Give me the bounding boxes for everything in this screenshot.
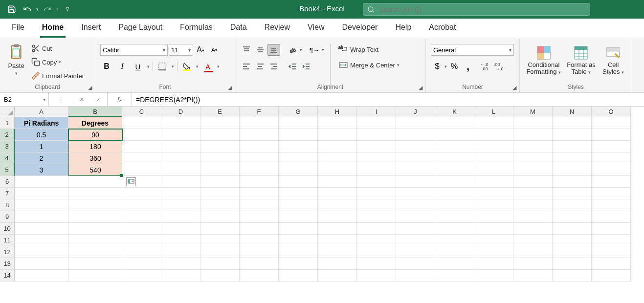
cell-C9[interactable] bbox=[122, 211, 161, 223]
column-header-M[interactable]: M bbox=[513, 107, 553, 117]
cell-B12[interactable] bbox=[68, 246, 122, 258]
tab-acrobat[interactable]: Acrobat bbox=[427, 19, 458, 38]
cancel-formula-icon[interactable]: ✕ bbox=[79, 96, 85, 103]
cell-H5[interactable] bbox=[318, 164, 357, 176]
align-bottom-icon[interactable] bbox=[267, 44, 280, 56]
column-header-B[interactable]: B bbox=[68, 107, 122, 117]
cell-K2[interactable] bbox=[435, 129, 474, 141]
bold-button[interactable]: B bbox=[100, 61, 113, 72]
underline-button[interactable]: U bbox=[132, 61, 144, 72]
cell-G3[interactable] bbox=[279, 141, 318, 152]
column-header-K[interactable]: K bbox=[435, 107, 474, 117]
copy-button[interactable]: Copy ▾ bbox=[29, 57, 86, 67]
cell-M9[interactable] bbox=[513, 211, 553, 223]
cell-D12[interactable] bbox=[161, 246, 200, 258]
autofill-options-icon[interactable]: + bbox=[126, 177, 136, 186]
cell-A12[interactable] bbox=[15, 246, 68, 258]
font-name-combo[interactable]: Calibri▾ bbox=[100, 44, 168, 56]
tab-developer[interactable]: Developer bbox=[340, 19, 379, 38]
font-color-button[interactable]: A bbox=[201, 61, 214, 72]
fx-icon[interactable]: fx bbox=[108, 93, 132, 106]
decrease-font-icon[interactable]: A▾ bbox=[208, 44, 221, 56]
cell-N2[interactable] bbox=[553, 129, 592, 141]
cell-D1[interactable] bbox=[161, 117, 200, 129]
cell-C13[interactable] bbox=[122, 258, 161, 270]
merge-center-button[interactable]: Merge & Center ▾ bbox=[336, 60, 401, 70]
cell-O4[interactable] bbox=[592, 152, 631, 164]
cell-A10[interactable] bbox=[15, 223, 68, 235]
cell-K3[interactable] bbox=[435, 141, 474, 152]
column-header-F[interactable]: F bbox=[240, 107, 279, 117]
cell-E5[interactable] bbox=[200, 164, 240, 176]
cell-E3[interactable] bbox=[200, 141, 240, 152]
cell-K12[interactable] bbox=[435, 246, 474, 258]
paste-button[interactable]: Paste▾ bbox=[5, 41, 27, 91]
name-box[interactable]: B2▾ bbox=[0, 93, 49, 106]
cell-F7[interactable] bbox=[240, 188, 279, 199]
italic-button[interactable]: I bbox=[116, 61, 129, 72]
cell-N4[interactable] bbox=[553, 152, 592, 164]
cell-E8[interactable] bbox=[200, 199, 240, 211]
cell-J2[interactable] bbox=[396, 129, 435, 141]
cell-M11[interactable] bbox=[513, 235, 553, 246]
cell-A13[interactable] bbox=[15, 258, 68, 270]
cell-G13[interactable] bbox=[279, 258, 318, 270]
cell-L9[interactable] bbox=[474, 211, 513, 223]
cell-F12[interactable] bbox=[240, 246, 279, 258]
cell-L4[interactable] bbox=[474, 152, 513, 164]
tab-help[interactable]: Help bbox=[393, 19, 413, 38]
font-launcher-icon[interactable]: ◢ bbox=[226, 84, 233, 91]
tab-page-layout[interactable]: Page Layout bbox=[116, 19, 164, 38]
cell-C1[interactable] bbox=[122, 117, 161, 129]
cell-L3[interactable] bbox=[474, 141, 513, 152]
cell-D6[interactable] bbox=[161, 176, 200, 188]
row-header[interactable]: 9 bbox=[0, 211, 15, 223]
cell-A14[interactable] bbox=[15, 270, 68, 281]
increase-indent-icon[interactable] bbox=[300, 61, 312, 72]
cell-O10[interactable] bbox=[592, 223, 631, 235]
cell-F13[interactable] bbox=[240, 258, 279, 270]
cell-styles-button[interactable]: CellStyles ▾ bbox=[600, 43, 627, 91]
cell-C12[interactable] bbox=[122, 246, 161, 258]
cell-E7[interactable] bbox=[200, 188, 240, 199]
cell-C8[interactable] bbox=[122, 199, 161, 211]
row-header[interactable]: 7 bbox=[0, 188, 15, 199]
cell-O13[interactable] bbox=[592, 258, 631, 270]
cell-F14[interactable] bbox=[240, 270, 279, 281]
cell-L7[interactable] bbox=[474, 188, 513, 199]
search-box[interactable] bbox=[363, 3, 590, 16]
cell-I10[interactable] bbox=[357, 223, 396, 235]
cell-B14[interactable] bbox=[68, 270, 122, 281]
cell-A4[interactable]: 2 bbox=[15, 152, 68, 164]
cell-A3[interactable]: 1 bbox=[15, 141, 68, 152]
cell-O5[interactable] bbox=[592, 164, 631, 176]
cell-O11[interactable] bbox=[592, 235, 631, 246]
cell-D14[interactable] bbox=[161, 270, 200, 281]
cell-I6[interactable] bbox=[357, 176, 396, 188]
cell-N8[interactable] bbox=[553, 199, 592, 211]
column-header-J[interactable]: J bbox=[396, 107, 435, 117]
cell-M4[interactable] bbox=[513, 152, 553, 164]
cell-O12[interactable] bbox=[592, 246, 631, 258]
cell-C10[interactable] bbox=[122, 223, 161, 235]
row-header[interactable]: 13 bbox=[0, 258, 15, 270]
namebox-options-icon[interactable]: ⋮ bbox=[49, 93, 73, 106]
cell-J3[interactable] bbox=[396, 141, 435, 152]
percent-format-icon[interactable]: % bbox=[448, 61, 461, 72]
cell-G10[interactable] bbox=[279, 223, 318, 235]
cell-K6[interactable] bbox=[435, 176, 474, 188]
cell-G12[interactable] bbox=[279, 246, 318, 258]
decrease-indent-icon[interactable] bbox=[286, 61, 299, 72]
cell-H13[interactable] bbox=[318, 258, 357, 270]
cell-I9[interactable] bbox=[357, 211, 396, 223]
cell-F3[interactable] bbox=[240, 141, 279, 152]
cell-O8[interactable] bbox=[592, 199, 631, 211]
cell-H4[interactable] bbox=[318, 152, 357, 164]
cell-H1[interactable] bbox=[318, 117, 357, 129]
cell-K7[interactable] bbox=[435, 188, 474, 199]
row-header[interactable]: 12 bbox=[0, 246, 15, 258]
cell-N5[interactable] bbox=[553, 164, 592, 176]
cell-F9[interactable] bbox=[240, 211, 279, 223]
cell-J13[interactable] bbox=[396, 258, 435, 270]
cell-C11[interactable] bbox=[122, 235, 161, 246]
